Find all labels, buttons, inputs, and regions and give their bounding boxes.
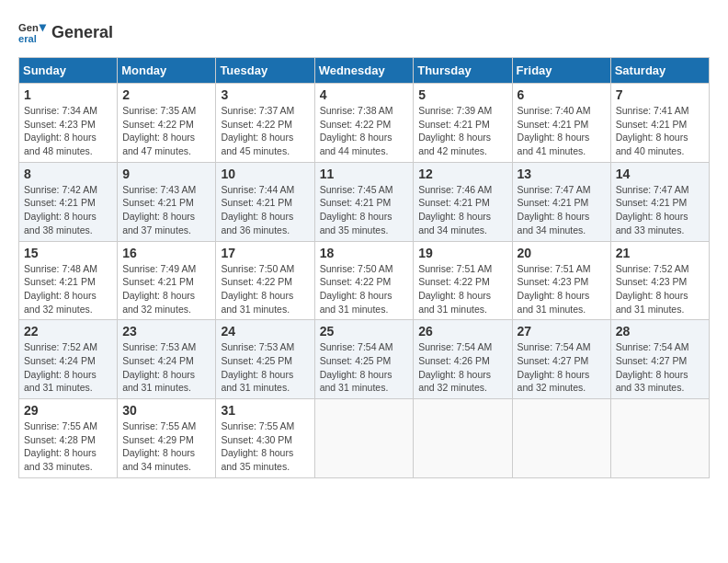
logo: Gen eral General [18,18,113,48]
weekday-header-tuesday: Tuesday [216,58,314,84]
calendar-cell: 1 Sunrise: 7:34 AMSunset: 4:23 PMDayligh… [19,84,118,163]
calendar-cell [512,399,610,478]
calendar-cell: 6 Sunrise: 7:40 AMSunset: 4:21 PMDayligh… [512,84,610,163]
day-detail: Sunrise: 7:47 AMSunset: 4:21 PMDaylight:… [518,184,591,236]
svg-text:Gen: Gen [18,22,39,33]
day-detail: Sunrise: 7:51 AMSunset: 4:23 PMDaylight:… [518,263,591,315]
calendar-week-row: 1 Sunrise: 7:34 AMSunset: 4:23 PMDayligh… [19,84,710,163]
day-detail: Sunrise: 7:40 AMSunset: 4:21 PMDaylight:… [518,105,591,156]
day-number: 22 [24,324,112,339]
svg-marker-2 [39,24,46,31]
calendar-cell: 25 Sunrise: 7:54 AMSunset: 4:25 PMDaylig… [314,320,414,399]
calendar-cell: 21 Sunrise: 7:52 AMSunset: 4:23 PMDaylig… [610,241,709,320]
day-number: 29 [24,403,112,418]
day-number: 4 [320,87,409,102]
day-detail: Sunrise: 7:54 AMSunset: 4:25 PMDaylight:… [320,341,393,393]
calendar-cell: 8 Sunrise: 7:42 AMSunset: 4:21 PMDayligh… [19,162,118,241]
calendar-cell: 19 Sunrise: 7:51 AMSunset: 4:22 PMDaylig… [414,241,512,320]
day-detail: Sunrise: 7:47 AMSunset: 4:21 PMDaylight:… [616,184,689,236]
logo-icon: Gen eral [18,18,48,48]
calendar-week-row: 15 Sunrise: 7:48 AMSunset: 4:21 PMDaylig… [19,241,710,320]
day-detail: Sunrise: 7:35 AMSunset: 4:22 PMDaylight:… [122,105,196,156]
day-number: 25 [320,324,409,339]
calendar-cell: 14 Sunrise: 7:47 AMSunset: 4:21 PMDaylig… [610,162,709,241]
calendar-cell: 17 Sunrise: 7:50 AMSunset: 4:22 PMDaylig… [216,241,314,320]
calendar-cell: 12 Sunrise: 7:46 AMSunset: 4:21 PMDaylig… [414,162,512,241]
day-number: 14 [616,167,704,181]
calendar-cell: 7 Sunrise: 7:41 AMSunset: 4:21 PMDayligh… [610,84,709,163]
calendar-cell: 13 Sunrise: 7:47 AMSunset: 4:21 PMDaylig… [512,162,610,241]
calendar-cell: 5 Sunrise: 7:39 AMSunset: 4:21 PMDayligh… [414,84,512,163]
calendar-cell: 11 Sunrise: 7:45 AMSunset: 4:21 PMDaylig… [314,162,414,241]
calendar-cell: 29 Sunrise: 7:55 AMSunset: 4:28 PMDaylig… [19,399,118,478]
calendar-week-row: 22 Sunrise: 7:52 AMSunset: 4:24 PMDaylig… [19,320,710,399]
calendar-cell: 16 Sunrise: 7:49 AMSunset: 4:21 PMDaylig… [118,241,216,320]
weekday-header-wednesday: Wednesday [314,58,414,84]
day-number: 6 [518,87,606,102]
calendar-cell: 10 Sunrise: 7:44 AMSunset: 4:21 PMDaylig… [216,162,314,241]
day-number: 30 [122,403,210,418]
day-number: 16 [122,246,210,260]
day-number: 15 [24,246,112,260]
day-number: 2 [122,87,210,102]
day-detail: Sunrise: 7:50 AMSunset: 4:22 PMDaylight:… [221,263,294,315]
day-detail: Sunrise: 7:41 AMSunset: 4:21 PMDaylight:… [616,105,689,156]
day-detail: Sunrise: 7:55 AMSunset: 4:28 PMDaylight:… [24,420,97,472]
calendar-table: SundayMondayTuesdayWednesdayThursdayFrid… [18,57,710,478]
day-number: 19 [418,246,506,260]
day-number: 24 [221,324,309,339]
page-header: Gen eral General [18,18,710,48]
day-detail: Sunrise: 7:45 AMSunset: 4:21 PMDaylight:… [320,184,393,236]
calendar-cell: 30 Sunrise: 7:55 AMSunset: 4:29 PMDaylig… [118,399,216,478]
calendar-cell: 24 Sunrise: 7:53 AMSunset: 4:25 PMDaylig… [216,320,314,399]
day-detail: Sunrise: 7:34 AMSunset: 4:23 PMDaylight:… [24,105,97,156]
day-number: 27 [518,324,606,339]
calendar-cell [610,399,709,478]
day-detail: Sunrise: 7:38 AMSunset: 4:22 PMDaylight:… [320,105,393,156]
svg-text:eral: eral [18,33,37,44]
logo-text: General [51,24,113,42]
calendar-cell: 31 Sunrise: 7:55 AMSunset: 4:30 PMDaylig… [216,399,314,478]
calendar-cell: 22 Sunrise: 7:52 AMSunset: 4:24 PMDaylig… [19,320,118,399]
day-detail: Sunrise: 7:50 AMSunset: 4:22 PMDaylight:… [320,263,393,315]
day-detail: Sunrise: 7:46 AMSunset: 4:21 PMDaylight:… [418,184,492,236]
calendar-cell: 28 Sunrise: 7:54 AMSunset: 4:27 PMDaylig… [610,320,709,399]
day-detail: Sunrise: 7:55 AMSunset: 4:30 PMDaylight:… [221,420,294,472]
weekday-header-friday: Friday [512,58,610,84]
day-number: 13 [518,167,606,181]
day-number: 9 [122,167,210,181]
day-number: 3 [221,87,309,102]
day-detail: Sunrise: 7:54 AMSunset: 4:27 PMDaylight:… [616,341,689,393]
day-number: 10 [221,167,309,181]
calendar-header-row: SundayMondayTuesdayWednesdayThursdayFrid… [19,58,710,84]
calendar-cell: 27 Sunrise: 7:54 AMSunset: 4:27 PMDaylig… [512,320,610,399]
calendar-cell: 23 Sunrise: 7:53 AMSunset: 4:24 PMDaylig… [118,320,216,399]
day-number: 11 [320,167,409,181]
day-number: 12 [418,167,506,181]
day-detail: Sunrise: 7:39 AMSunset: 4:21 PMDaylight:… [418,105,492,156]
day-detail: Sunrise: 7:43 AMSunset: 4:21 PMDaylight:… [122,184,196,236]
day-number: 20 [518,246,606,260]
day-detail: Sunrise: 7:42 AMSunset: 4:21 PMDaylight:… [24,184,97,236]
day-number: 21 [616,246,704,260]
calendar-week-row: 29 Sunrise: 7:55 AMSunset: 4:28 PMDaylig… [19,399,710,478]
calendar-cell: 15 Sunrise: 7:48 AMSunset: 4:21 PMDaylig… [19,241,118,320]
day-number: 7 [616,87,704,102]
day-detail: Sunrise: 7:53 AMSunset: 4:24 PMDaylight:… [122,341,196,393]
day-detail: Sunrise: 7:52 AMSunset: 4:23 PMDaylight:… [616,263,689,315]
calendar-cell: 4 Sunrise: 7:38 AMSunset: 4:22 PMDayligh… [314,84,414,163]
day-number: 31 [221,403,309,418]
day-number: 5 [418,87,506,102]
day-detail: Sunrise: 7:52 AMSunset: 4:24 PMDaylight:… [24,341,97,393]
weekday-header-sunday: Sunday [19,58,118,84]
calendar-cell: 9 Sunrise: 7:43 AMSunset: 4:21 PMDayligh… [118,162,216,241]
calendar-cell: 18 Sunrise: 7:50 AMSunset: 4:22 PMDaylig… [314,241,414,320]
calendar-week-row: 8 Sunrise: 7:42 AMSunset: 4:21 PMDayligh… [19,162,710,241]
day-detail: Sunrise: 7:51 AMSunset: 4:22 PMDaylight:… [418,263,492,315]
calendar-cell: 26 Sunrise: 7:54 AMSunset: 4:26 PMDaylig… [414,320,512,399]
day-number: 26 [418,324,506,339]
calendar-cell: 3 Sunrise: 7:37 AMSunset: 4:22 PMDayligh… [216,84,314,163]
day-number: 8 [24,167,112,181]
day-number: 28 [616,324,704,339]
day-detail: Sunrise: 7:53 AMSunset: 4:25 PMDaylight:… [221,341,294,393]
